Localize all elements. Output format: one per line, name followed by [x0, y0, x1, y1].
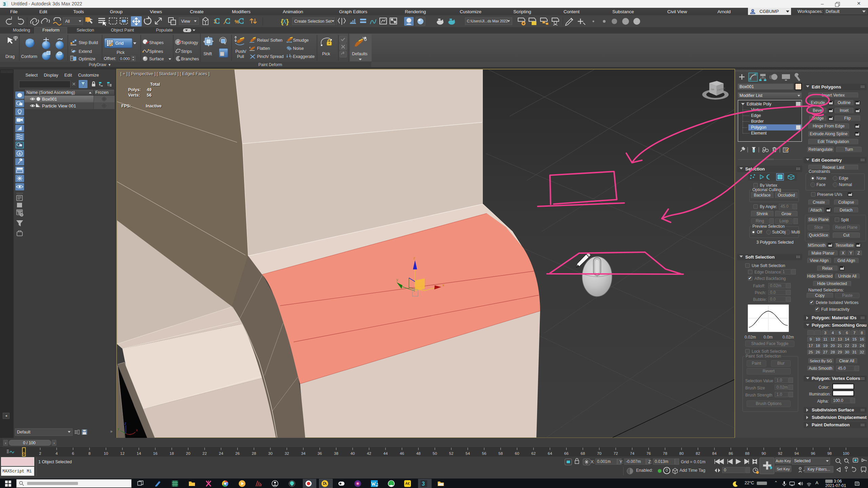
svg-text:86: 86 — [729, 451, 733, 455]
svg-text:Relax/ Soften: Relax/ Soften — [257, 38, 282, 43]
svg-text:Total: Total — [150, 82, 160, 87]
svg-text:88: 88 — [745, 451, 750, 455]
svg-text:40: 40 — [351, 451, 355, 455]
svg-text:34: 34 — [301, 451, 305, 455]
svg-text:22: 22 — [202, 451, 207, 455]
svg-text:76: 76 — [647, 451, 651, 455]
svg-text:62: 62 — [531, 451, 536, 455]
svg-text:66: 66 — [564, 451, 569, 455]
svg-text:Flatten: Flatten — [257, 46, 270, 51]
svg-text:Topology: Topology — [181, 40, 198, 45]
svg-text:10: 10 — [104, 451, 108, 455]
svg-text:26: 26 — [235, 451, 240, 455]
svg-text:2: 2 — [39, 451, 41, 455]
svg-text:Extend: Extend — [79, 49, 92, 54]
svg-text:{: { — [281, 18, 283, 25]
svg-text:84: 84 — [712, 451, 717, 455]
svg-text:Smudge: Smudge — [293, 38, 309, 43]
svg-text:Surface: Surface — [149, 57, 164, 61]
svg-text:49: 49 — [147, 87, 152, 92]
svg-text:Optimize: Optimize — [79, 57, 95, 61]
svg-text:72: 72 — [614, 451, 618, 455]
svg-text:Shift: Shift — [203, 52, 212, 56]
svg-text:96: 96 — [811, 451, 815, 455]
svg-text:x: x — [136, 428, 138, 432]
svg-text:Step Build: Step Build — [79, 40, 98, 45]
svg-text:0: 0 — [23, 451, 25, 455]
svg-text:Pull: Pull — [237, 54, 244, 59]
svg-text:Pick: Pick — [322, 52, 330, 56]
svg-text:90: 90 — [762, 451, 766, 455]
svg-text:y: y — [396, 278, 398, 282]
svg-text:Strips: Strips — [181, 49, 192, 54]
svg-text:16: 16 — [153, 451, 158, 455]
svg-text:46: 46 — [400, 451, 404, 455]
svg-text:Polys:: Polys: — [128, 87, 141, 92]
svg-text:Inactive: Inactive — [146, 104, 162, 108]
svg-text:All: All — [65, 19, 70, 24]
svg-text:60: 60 — [515, 451, 519, 455]
svg-text:Conform: Conform — [21, 54, 37, 59]
svg-text:Offset:: Offset: — [104, 56, 116, 61]
svg-text:74: 74 — [630, 451, 634, 455]
svg-text:32: 32 — [285, 451, 289, 455]
svg-text:z: z — [413, 256, 415, 260]
svg-text:64: 64 — [548, 451, 552, 455]
svg-text:Splines: Splines — [149, 49, 163, 54]
svg-text:Branches: Branches — [181, 57, 199, 61]
svg-text:C:\Users\JI...ds Max 2022: C:\Users\JI...ds Max 2022 — [467, 19, 508, 23]
svg-text:56: 56 — [482, 451, 487, 455]
svg-text:Pick: Pick — [117, 50, 125, 55]
svg-text:36: 36 — [318, 451, 322, 455]
svg-text:3: 3 — [422, 481, 425, 487]
svg-text:20: 20 — [186, 451, 191, 455]
svg-text:12: 12 — [120, 451, 125, 455]
svg-text:82: 82 — [696, 451, 700, 455]
svg-text:4: 4 — [56, 451, 58, 455]
svg-text:52: 52 — [449, 451, 454, 455]
svg-text:42: 42 — [367, 451, 371, 455]
svg-text:100: 100 — [843, 451, 849, 455]
svg-text:0.000: 0.000 — [120, 57, 130, 61]
svg-text:Pinch/ Spread: Pinch/ Spread — [257, 54, 284, 59]
svg-text:x: x — [442, 283, 445, 287]
svg-text:Shapes: Shapes — [149, 40, 163, 45]
svg-text:y: y — [118, 427, 119, 431]
svg-text:94: 94 — [794, 451, 799, 455]
svg-text:14: 14 — [137, 451, 141, 455]
svg-text:8: 8 — [88, 451, 91, 455]
svg-text:Grid: Grid — [115, 41, 124, 46]
svg-text:z: z — [124, 422, 126, 425]
svg-text:92: 92 — [778, 451, 783, 455]
svg-text:Defaults: Defaults — [352, 52, 368, 56]
svg-text:Push/: Push/ — [235, 49, 246, 54]
svg-text:18: 18 — [170, 451, 174, 455]
svg-text:Drag: Drag — [5, 54, 15, 59]
svg-text:Exaggerate: Exaggerate — [293, 54, 315, 59]
svg-text:68: 68 — [581, 451, 585, 455]
svg-text:58: 58 — [498, 451, 503, 455]
svg-text:50: 50 — [433, 451, 437, 455]
svg-text:%: % — [235, 19, 239, 24]
svg-text:24: 24 — [219, 451, 223, 455]
svg-text:70: 70 — [597, 451, 601, 455]
svg-text:[ + ] [ Perspective ] [ Standa: [ + ] [ Perspective ] [ Standard ] [ Edg… — [120, 72, 210, 76]
svg-text:30: 30 — [268, 451, 273, 455]
svg-text:6: 6 — [72, 451, 74, 455]
svg-text:38: 38 — [334, 451, 338, 455]
svg-text:Noise: Noise — [293, 46, 304, 51]
svg-text:}: } — [286, 18, 289, 25]
svg-text:Verts:: Verts: — [128, 93, 140, 98]
svg-text:28: 28 — [252, 451, 256, 455]
svg-text:Create Selection Set: Create Selection Set — [294, 19, 332, 24]
svg-text:View: View — [181, 19, 191, 24]
svg-text:78: 78 — [663, 451, 667, 455]
svg-text:44: 44 — [383, 451, 388, 455]
svg-text:98: 98 — [827, 451, 832, 455]
svg-text:FPS:: FPS: — [121, 104, 131, 108]
svg-text:56: 56 — [147, 93, 152, 98]
svg-text:80: 80 — [679, 451, 684, 455]
svg-text:48: 48 — [416, 451, 421, 455]
svg-text:54: 54 — [466, 451, 470, 455]
